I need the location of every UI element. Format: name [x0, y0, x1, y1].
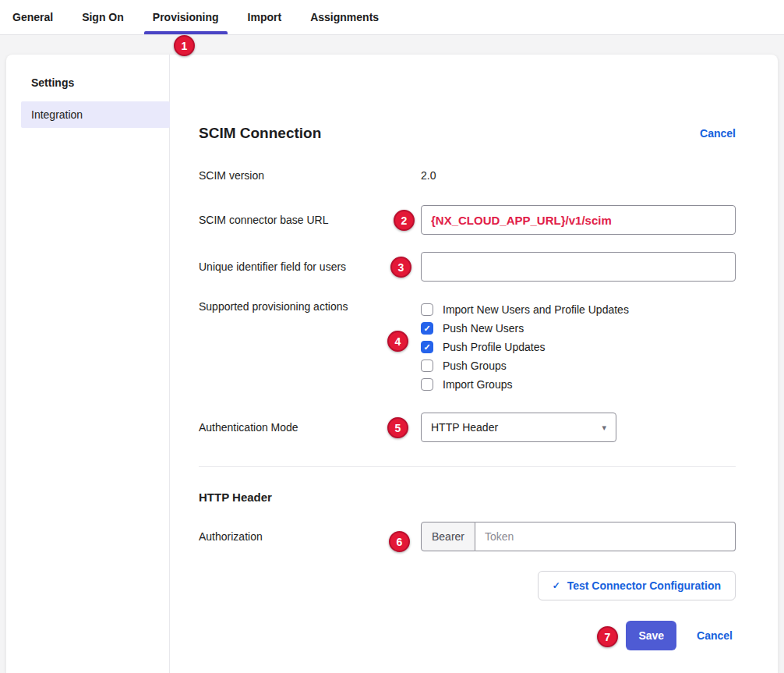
auth-mode-selected-value: HTTP Header: [431, 421, 498, 434]
app-tab-bar: General Sign On Provisioning Import Assi…: [0, 0, 784, 35]
provisioning-card: Settings Integration SCIM Connection Can…: [6, 55, 778, 673]
tab-import[interactable]: Import: [248, 0, 282, 34]
bearer-prefix: Bearer: [421, 522, 475, 551]
settings-sidebar: Settings Integration: [6, 55, 170, 673]
scim-version-value: 2.0: [421, 169, 436, 182]
save-button[interactable]: Save: [626, 621, 676, 650]
checkmark-icon: ✓: [553, 580, 560, 591]
cancel-link-bottom[interactable]: Cancel: [697, 629, 733, 642]
provisioning-actions-list: Import New Users and Profile Updates Pus…: [421, 300, 736, 394]
scim-settings-main: SCIM Connection Cancel SCIM version 2.0 …: [170, 55, 778, 673]
provisioning-actions-row: Supported provisioning actions Import Ne…: [199, 300, 736, 394]
checkbox-label: Push New Users: [443, 322, 524, 335]
checkbox-label: Import New Users and Profile Updates: [443, 303, 629, 316]
scim-version-label: SCIM version: [199, 169, 421, 182]
base-url-input[interactable]: [421, 205, 736, 235]
page-title: SCIM Connection: [199, 125, 321, 142]
checkbox-icon[interactable]: [421, 341, 433, 353]
unique-id-label: Unique identifier field for users: [199, 260, 421, 273]
unique-id-input[interactable]: [421, 252, 736, 282]
test-connector-button[interactable]: ✓ Test Connector Configuration: [538, 571, 736, 600]
token-input[interactable]: [475, 522, 736, 551]
tab-assignments[interactable]: Assignments: [310, 0, 379, 34]
cancel-link-top[interactable]: Cancel: [700, 127, 736, 140]
provisioning-actions-label: Supported provisioning actions: [199, 300, 421, 313]
checkbox-push-groups[interactable]: Push Groups: [421, 356, 736, 375]
auth-mode-row: Authentication Mode HTTP Header ▾: [199, 413, 736, 442]
authorization-label: Authorization: [199, 530, 421, 543]
annotation-badge-4: 4: [387, 331, 408, 352]
checkbox-push-new-users[interactable]: Push New Users: [421, 319, 736, 338]
test-connector-button-label: Test Connector Configuration: [567, 579, 721, 592]
tab-sign-on[interactable]: Sign On: [82, 0, 124, 34]
section-divider: [199, 466, 736, 467]
annotation-badge-5: 5: [387, 417, 408, 438]
annotation-badge-6: 6: [389, 531, 410, 552]
tab-provisioning[interactable]: Provisioning: [153, 0, 219, 34]
http-header-section-title: HTTP Header: [199, 491, 736, 504]
auth-mode-select[interactable]: HTTP Header ▾: [421, 413, 616, 442]
annotation-badge-7: 7: [597, 626, 618, 647]
chevron-down-icon: ▾: [602, 423, 606, 433]
checkbox-icon[interactable]: [421, 303, 433, 316]
checkbox-label: Import Groups: [443, 378, 512, 391]
checkbox-label: Push Profile Updates: [443, 341, 546, 353]
sidebar-heading: Settings: [6, 76, 169, 101]
checkbox-push-profile-updates[interactable]: Push Profile Updates: [421, 338, 736, 356]
base-url-row: SCIM connector base URL: [199, 205, 736, 235]
base-url-label: SCIM connector base URL: [199, 214, 421, 226]
sidebar-item-integration[interactable]: Integration: [21, 101, 170, 128]
checkbox-label: Push Groups: [443, 360, 507, 372]
scim-version-row: SCIM version 2.0: [199, 168, 736, 183]
checkbox-icon[interactable]: [421, 360, 433, 372]
annotation-badge-1: 1: [174, 35, 195, 56]
authorization-row: Authorization Bearer: [199, 522, 736, 551]
checkbox-import-new-users[interactable]: Import New Users and Profile Updates: [421, 300, 736, 319]
checkbox-icon[interactable]: [421, 378, 433, 391]
annotation-badge-2: 2: [394, 210, 415, 231]
tab-general[interactable]: General: [12, 0, 53, 34]
annotation-badge-3: 3: [390, 257, 411, 278]
checkbox-import-groups[interactable]: Import Groups: [421, 375, 736, 394]
checkbox-icon[interactable]: [421, 322, 433, 335]
unique-id-row: Unique identifier field for users: [199, 252, 736, 282]
